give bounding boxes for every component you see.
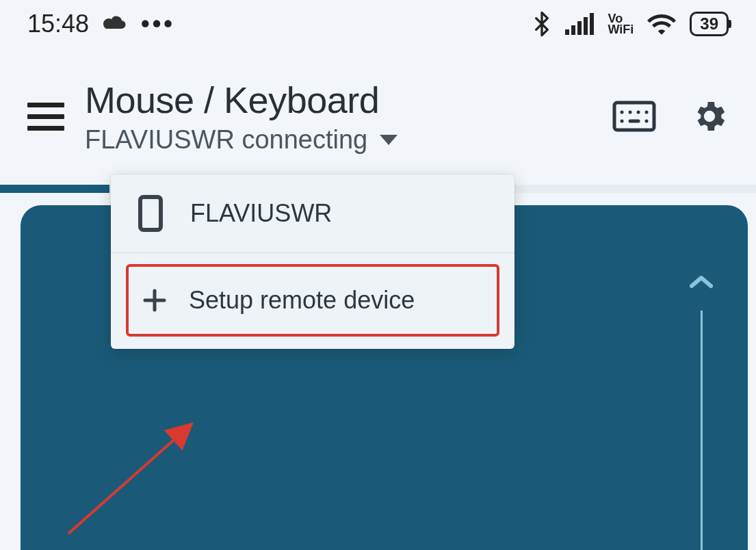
scroll-rail[interactable] [688, 274, 715, 550]
setup-remote-device-item[interactable]: Setup remote device [129, 267, 497, 334]
annotation-highlight-box: Setup remote device [126, 264, 499, 337]
keyboard-icon[interactable] [612, 101, 656, 132]
status-bar: 15:48 ••• VoWiFi 39 [0, 0, 756, 48]
chevron-up-icon [688, 274, 715, 290]
svg-rect-4 [590, 13, 594, 35]
device-item-label: FLAVIUSWR [190, 199, 332, 228]
more-dots-icon: ••• [141, 10, 175, 38]
plus-icon [141, 287, 168, 314]
menu-button[interactable] [27, 103, 64, 131]
gear-icon[interactable] [690, 97, 729, 135]
svg-rect-0 [565, 29, 569, 35]
wifi-icon [647, 13, 676, 35]
status-right: VoWiFi 39 [532, 10, 729, 38]
connection-dropdown-trigger[interactable]: FLAVIUSWR connecting [85, 125, 592, 155]
connection-status-label: FLAVIUSWR connecting [85, 125, 367, 155]
svg-rect-3 [584, 17, 588, 35]
phone-icon [138, 195, 163, 232]
vowifi-icon: VoWiFi [608, 13, 634, 35]
battery-indicator: 39 [690, 12, 729, 36]
battery-level: 39 [700, 14, 718, 33]
chevron-down-icon [380, 135, 397, 145]
app-header: Mouse / Keyboard FLAVIUSWR connecting [0, 48, 756, 185]
title-block: Mouse / Keyboard FLAVIUSWR connecting [85, 79, 592, 155]
tab-indicator-fill [0, 185, 109, 193]
status-left: 15:48 ••• [27, 10, 175, 38]
bluetooth-icon [532, 10, 551, 38]
device-dropdown: FLAVIUSWR Setup remote device [111, 174, 514, 349]
page-title: Mouse / Keyboard [85, 79, 592, 121]
clock-time: 15:48 [27, 10, 89, 38]
svg-rect-13 [140, 197, 161, 230]
svg-rect-2 [577, 21, 582, 35]
setup-item-label: Setup remote device [189, 286, 415, 315]
dropdown-separator [111, 252, 514, 253]
device-item[interactable]: FLAVIUSWR [111, 174, 514, 252]
svg-rect-5 [614, 103, 654, 130]
scroll-line [701, 311, 703, 550]
signal-icon [565, 13, 594, 35]
cloud-icon [101, 15, 129, 33]
svg-rect-1 [571, 25, 575, 35]
